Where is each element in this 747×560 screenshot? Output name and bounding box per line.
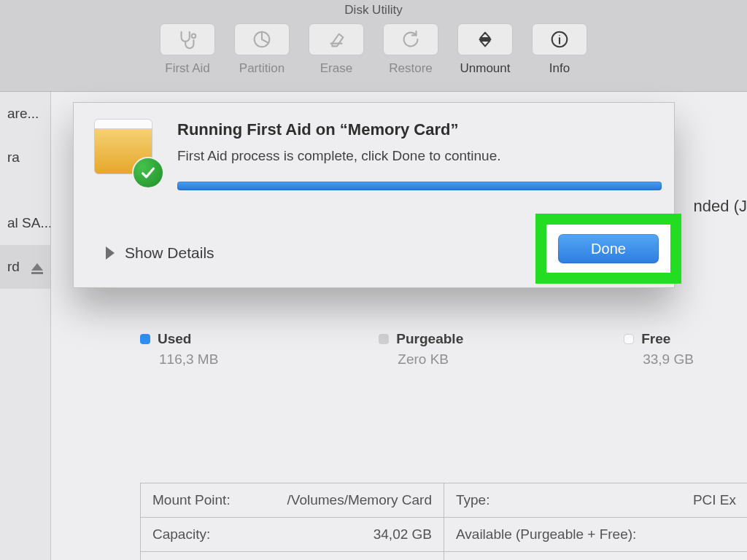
tool-label: Info [549, 61, 570, 76]
checkmark-badge-icon [132, 157, 164, 189]
table-row: Available (Purgeable + Free): [444, 517, 747, 551]
tool-label: Partition [239, 61, 285, 76]
unmount-icon [474, 28, 496, 50]
usage-purgeable: Purgeable Zero KB [379, 331, 463, 368]
titlebar: Disk Utility [0, 0, 747, 20]
svg-point-0 [192, 34, 196, 39]
tool-label: Restore [389, 61, 433, 76]
svg-point-5 [559, 35, 560, 36]
tool-erase[interactable]: Erase [304, 23, 368, 91]
restore-icon [400, 28, 422, 50]
details-table: Mount Point:/Volumes/Memory Card Type:PC… [140, 483, 747, 560]
sidebar-item[interactable]: are... [0, 92, 50, 136]
progress-bar [177, 182, 662, 190]
tool-label: Unmount [460, 61, 511, 76]
sidebar-item[interactable]: ra [0, 136, 50, 179]
disclosure-triangle-icon [106, 246, 115, 260]
dialog-title: Running First Aid on “Memory Card” [177, 120, 458, 139]
table-row: Mount Point:/Volumes/Memory Card [141, 483, 444, 517]
disk-icon [94, 119, 160, 184]
toolbar: First Aid Partition Erase Restore Unmoun… [0, 20, 747, 92]
stethoscope-icon [177, 28, 198, 50]
sidebar-item-selected[interactable]: rd [0, 245, 50, 289]
purgeable-dot-icon [379, 334, 389, 344]
tool-partition[interactable]: Partition [230, 23, 294, 91]
tool-unmount[interactable]: Unmount [453, 23, 517, 91]
tool-first-aid[interactable]: First Aid [155, 23, 220, 91]
pie-icon [251, 28, 273, 50]
show-details-toggle[interactable]: Show Details [106, 244, 214, 262]
highlight-box: Done [535, 214, 681, 284]
tool-label: Erase [320, 61, 352, 76]
dialog-subtitle: First Aid process is complete, click Don… [177, 148, 501, 164]
free-dot-icon [624, 334, 634, 344]
tool-restore[interactable]: Restore [379, 23, 443, 91]
volume-format-partial: nded (J [694, 197, 747, 216]
first-aid-dialog: Running First Aid on “Memory Card” First… [73, 102, 675, 288]
sidebar-item[interactable]: al SA... [0, 201, 50, 245]
erase-icon [325, 28, 347, 50]
used-dot-icon [140, 334, 150, 344]
eject-icon[interactable] [31, 263, 43, 271]
tool-info[interactable]: Info [527, 23, 592, 91]
sidebar: are... ra al SA... rd [0, 92, 51, 560]
tool-label: First Aid [165, 61, 209, 76]
window-title: Disk Utility [344, 3, 402, 18]
table-row: Type:PCI Ex [444, 483, 747, 517]
done-button[interactable]: Done [558, 234, 659, 263]
table-row: Owners: [444, 551, 747, 560]
usage-free: Free 33,9 GB [624, 331, 694, 368]
usage-used: Used 116,3 MB [140, 331, 218, 368]
usage-row: Used 116,3 MB Purgeable Zero KB Free 33,… [140, 331, 747, 368]
show-details-label: Show Details [125, 244, 214, 262]
info-icon [549, 28, 570, 50]
table-row: Capacity:34,02 GB [141, 517, 444, 551]
table-row: Used:116,3 MB [141, 551, 444, 560]
